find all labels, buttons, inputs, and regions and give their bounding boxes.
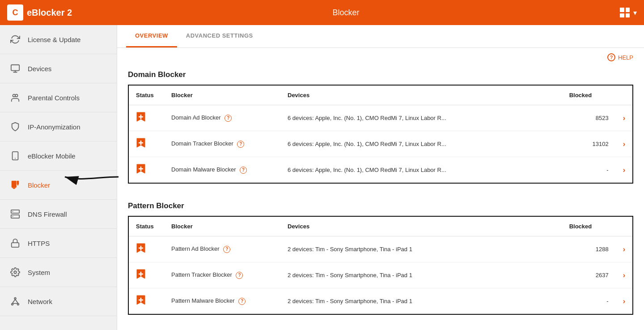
bookmark-status-icon xyxy=(136,111,146,123)
status-cell xyxy=(128,157,164,184)
col-header-arrow xyxy=(616,216,633,236)
shield-icon xyxy=(9,120,21,133)
blocked-count-cell: - xyxy=(562,157,616,184)
bookmark-status-icon xyxy=(136,243,146,254)
dropdown-arrow-icon[interactable]: ▾ xyxy=(633,9,637,17)
col-header-blocker: Blocker xyxy=(164,216,280,236)
blocker-name-cell: Domain Ad Blocker ? xyxy=(164,105,280,131)
sidebar-item-network[interactable]: Network xyxy=(0,287,117,316)
tab-advanced-settings[interactable]: ADVANCED SETTINGS xyxy=(177,25,262,47)
sidebar-label-parental: Parental Controls xyxy=(28,94,80,102)
sidebar-label-dns: DNS Firewall xyxy=(28,210,67,218)
chevron-right-icon: › xyxy=(623,245,625,253)
blocked-count-cell: 13102 xyxy=(562,131,616,157)
sidebar-item-https[interactable]: HTTPS xyxy=(0,229,117,258)
col-header-blocked: Blocked xyxy=(562,85,616,105)
svg-marker-8 xyxy=(12,188,17,189)
blocker-name-cell: Domain Tracker Blocker ? xyxy=(164,131,280,157)
col-header-status: Status xyxy=(128,85,164,105)
domain-blocker-table: Status Blocker Devices Blocked xyxy=(128,85,633,184)
row-chevron[interactable]: › xyxy=(616,262,633,288)
devices-cell: 2 devices: Tim - Sony Smartphone, Tina -… xyxy=(280,262,562,288)
table-row[interactable]: Pattern Ad Blocker ? 2 devices: Tim - So… xyxy=(128,236,633,262)
sidebar-item-dns[interactable]: DNS Firewall xyxy=(0,200,117,229)
sidebar-item-parental[interactable]: Parental Controls xyxy=(0,83,117,112)
table-row[interactable]: Domain Tracker Blocker ? 6 devices: Appl… xyxy=(128,131,633,157)
status-cell xyxy=(128,105,164,131)
svg-rect-0 xyxy=(11,65,19,71)
blocked-count-cell: - xyxy=(562,288,616,315)
grid-icon[interactable] xyxy=(620,8,630,17)
logo-icon: C xyxy=(7,4,23,21)
chevron-right-icon: › xyxy=(623,297,625,305)
sidebar-label-network: Network xyxy=(28,298,52,305)
question-icon[interactable]: ? xyxy=(223,246,230,253)
question-icon[interactable]: ? xyxy=(238,298,246,305)
status-cell xyxy=(128,288,164,315)
devices-cell: 6 devices: Apple, Inc. (No. 1), CMO RedM… xyxy=(280,157,562,184)
table-row[interactable]: Domain Ad Blocker ? 6 devices: Apple, In… xyxy=(128,105,633,131)
sidebar-item-devices[interactable]: Devices xyxy=(0,54,117,83)
help-button[interactable]: ? HELP xyxy=(607,53,633,61)
col-header-devices: Devices xyxy=(280,85,562,105)
row-chevron[interactable]: › xyxy=(616,288,633,315)
bookmark-status-icon xyxy=(136,163,146,175)
sidebar-label-devices: Devices xyxy=(28,65,51,73)
sidebar-item-ip-anon[interactable]: IP-Anonymization xyxy=(0,112,117,141)
sidebar-item-mobile[interactable]: eBlocker Mobile xyxy=(0,141,117,171)
domain-blocker-section: Domain Blocker Status Blocker Devices Bl… xyxy=(117,70,644,194)
network-icon xyxy=(9,295,21,308)
chevron-right-icon: › xyxy=(623,166,625,174)
row-chevron[interactable]: › xyxy=(616,236,633,262)
sidebar-label-https: HTTPS xyxy=(28,240,50,247)
gear-icon xyxy=(9,266,21,279)
row-chevron[interactable]: › xyxy=(616,157,633,184)
col-header-status: Status xyxy=(128,216,164,236)
devices-cell: 2 devices: Tim - Sony Smartphone, Tina -… xyxy=(280,236,562,262)
help-circle-icon: ? xyxy=(607,53,615,61)
dns-icon xyxy=(9,208,21,220)
devices-cell: 6 devices: Apple, Inc. (No. 1), CMO RedM… xyxy=(280,105,562,131)
chevron-right-icon: › xyxy=(623,271,625,279)
svg-line-20 xyxy=(13,299,15,303)
sidebar-item-blocker[interactable]: Blocker xyxy=(0,171,117,200)
question-icon[interactable]: ? xyxy=(240,167,247,174)
question-icon[interactable]: ? xyxy=(237,141,244,148)
sidebar-item-license[interactable]: License & Update xyxy=(0,25,117,54)
domain-blocker-title: Domain Blocker xyxy=(128,70,633,79)
bookmark-status-icon xyxy=(136,269,146,280)
blocker-name-cell: Pattern Ad Blocker ? xyxy=(164,236,280,262)
table-row[interactable]: Domain Malware Blocker ? 6 devices: Appl… xyxy=(128,157,633,184)
sidebar-item-system[interactable]: System xyxy=(0,258,117,287)
row-chevron[interactable]: › xyxy=(616,105,633,131)
refresh-icon xyxy=(9,33,21,46)
table-row[interactable]: Pattern Malware Blocker ? 2 devices: Tim… xyxy=(128,288,633,315)
svg-rect-15 xyxy=(12,243,19,247)
sidebar-label-mobile: eBlocker Mobile xyxy=(28,152,76,160)
lock-icon xyxy=(9,237,21,249)
monitor-icon xyxy=(9,62,21,75)
blocker-name-cell: Pattern Malware Blocker ? xyxy=(164,288,280,315)
tab-bar: OVERVIEW ADVANCED SETTINGS xyxy=(117,25,644,48)
svg-rect-7 xyxy=(12,181,17,188)
pattern-blocker-section: Pattern Blocker Status Blocker Devices B… xyxy=(117,201,644,326)
blocker-name-cell: Domain Malware Blocker ? xyxy=(164,157,280,184)
table-row[interactable]: Pattern Tracker Blocker ? 2 devices: Tim… xyxy=(128,262,633,288)
app-name: eBlocker 2 xyxy=(27,8,72,18)
chevron-right-icon: › xyxy=(623,114,625,122)
sidebar-label-blocker: Blocker xyxy=(28,181,50,189)
devices-cell: 6 devices: Apple, Inc. (No. 1), CMO RedM… xyxy=(280,131,562,157)
status-cell xyxy=(128,236,164,262)
row-chevron[interactable]: › xyxy=(616,131,633,157)
question-icon[interactable]: ? xyxy=(225,115,232,122)
svg-point-4 xyxy=(15,94,18,97)
mobile-icon xyxy=(9,150,21,162)
question-icon[interactable]: ? xyxy=(236,272,243,279)
svg-rect-9 xyxy=(17,181,19,184)
bookmark-status-icon xyxy=(136,137,146,149)
sidebar-label-ip-anon: IP-Anonymization xyxy=(28,123,80,131)
content-area: OVERVIEW ADVANCED SETTINGS ? HELP Domain… xyxy=(117,25,644,330)
blocked-count-cell: 1288 xyxy=(562,236,616,262)
col-header-blocked: Blocked xyxy=(562,216,616,236)
tab-overview[interactable]: OVERVIEW xyxy=(126,25,177,47)
